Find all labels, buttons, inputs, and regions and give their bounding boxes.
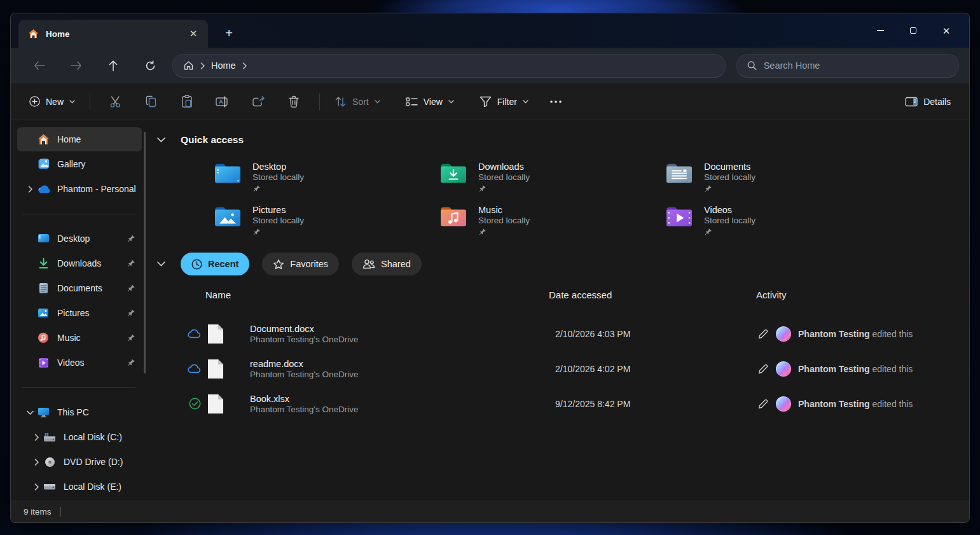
file-row-readme-docx[interactable]: readme.docx Phantom Testing's OneDrive 2… [185, 351, 969, 386]
dvd-drive-icon [43, 457, 57, 468]
ellipsis-icon [550, 101, 562, 103]
chevron-down-icon [375, 100, 380, 104]
avatar [776, 361, 791, 377]
sidebar-item-this-pc[interactable]: This PC [17, 400, 142, 424]
copy-icon [146, 95, 158, 108]
quick-access-tiles: Desktop Stored locally Downloads Stored … [213, 161, 969, 236]
expand-chevron-icon[interactable] [30, 434, 43, 441]
sidebar-item-music[interactable]: Music [17, 326, 142, 350]
share-button[interactable] [240, 90, 276, 114]
sidebar-item-desktop[interactable]: Desktop [17, 226, 142, 251]
home-tab-icon [28, 29, 39, 39]
sidebar-item-pictures[interactable]: Pictures [17, 301, 142, 325]
share-icon [252, 95, 265, 108]
see-more-button[interactable] [542, 90, 570, 114]
refresh-icon [145, 60, 156, 71]
paste-button[interactable] [169, 90, 205, 114]
folder-documents-icon [665, 161, 694, 185]
new-button[interactable]: New [22, 90, 82, 114]
forward-button[interactable] [62, 54, 91, 77]
cut-button[interactable] [98, 90, 134, 114]
back-button[interactable] [25, 54, 54, 77]
refresh-button[interactable] [135, 54, 165, 77]
date-accessed: 9/12/2025 8:42 PM [555, 399, 757, 409]
column-header-name[interactable]: Name [205, 289, 231, 300]
breadcrumb-home-icon [183, 60, 194, 71]
status-divider [60, 507, 61, 517]
tab-home[interactable]: Home ✕ [18, 20, 208, 48]
sidebar-item-gallery[interactable]: Gallery [17, 152, 142, 176]
content-pane: Quick access Desktop Stored locally [147, 120, 969, 501]
up-button[interactable] [99, 54, 128, 77]
expand-chevron-icon[interactable] [30, 483, 43, 490]
file-row-book-xlsx[interactable]: Book.xlsx Phantom Testing's OneDrive 9/1… [185, 386, 969, 421]
new-tab-button[interactable]: + [218, 24, 240, 43]
pin-icon [478, 228, 530, 236]
column-header-date[interactable]: Date accessed [549, 289, 612, 300]
item-count: 9 items [24, 507, 52, 517]
maximize-button[interactable] [897, 20, 930, 41]
pin-icon [125, 333, 137, 342]
recent-files-list: Name Date accessed Activity Document.doc… [147, 289, 969, 421]
sidebar-item-local-disk-e[interactable]: Local Disk (E:) [24, 475, 142, 499]
sidebar-item-local-disk-c[interactable]: Local Disk (C:) [24, 425, 142, 449]
star-icon [273, 259, 284, 270]
search-input[interactable] [764, 60, 948, 71]
sort-icon [335, 96, 347, 108]
tile-pictures[interactable]: Pictures Stored locally [213, 204, 439, 236]
folder-videos-icon [665, 204, 694, 228]
chevron-down-icon [523, 100, 528, 104]
column-header-activity[interactable]: Activity [756, 289, 787, 300]
folder-downloads-icon [439, 161, 468, 185]
tile-downloads[interactable]: Downloads Stored locally [439, 161, 665, 193]
collapse-chevron-icon[interactable] [24, 410, 36, 415]
view-button[interactable]: View [399, 90, 461, 114]
details-button[interactable]: Details [898, 90, 958, 114]
pin-icon [252, 184, 304, 193]
section-collapse-chevron-icon[interactable] [157, 137, 165, 142]
close-button[interactable]: ✕ [930, 20, 963, 41]
downloads-icon [36, 258, 50, 269]
sidebar-item-videos[interactable]: Videos [17, 351, 142, 375]
filter-button[interactable]: Filter [473, 90, 535, 114]
minimize-button[interactable] [864, 20, 897, 41]
tab-shared[interactable]: Shared [352, 253, 422, 275]
sidebar-item-documents[interactable]: Documents [17, 276, 142, 300]
tile-videos[interactable]: Videos Stored locally [665, 204, 890, 236]
tab-favorites[interactable]: Favorites [262, 253, 339, 275]
pin-icon [125, 259, 137, 268]
expand-chevron-icon[interactable] [30, 459, 43, 466]
address-bar[interactable]: Home [172, 54, 726, 78]
sidebar-scrollbar[interactable] [144, 132, 146, 373]
tab-recent[interactable]: Recent [181, 253, 249, 275]
tile-documents[interactable]: Documents Stored locally [665, 161, 890, 193]
cloud-status-icon [185, 329, 204, 338]
tab-bar: Home ✕ + ✕ [11, 13, 969, 48]
tile-desktop[interactable]: Desktop Stored locally [213, 161, 439, 193]
sidebar-item-onedrive[interactable]: Phantom - Personal [17, 177, 142, 201]
rename-button[interactable] [205, 90, 240, 114]
tab-title: Home [46, 29, 178, 39]
navigation-bar: Home [11, 48, 969, 83]
sidebar-item-downloads[interactable]: Downloads [17, 251, 142, 275]
pin-icon [125, 234, 137, 243]
paste-icon [181, 95, 193, 108]
expand-chevron-icon[interactable] [24, 186, 36, 193]
breadcrumb-home[interactable]: Home [211, 60, 236, 71]
sidebar-item-home[interactable]: Home [17, 127, 142, 151]
maximize-icon [910, 27, 916, 34]
copy-button[interactable] [134, 90, 169, 114]
breadcrumb-chevron-icon [200, 62, 205, 69]
file-row-document-docx[interactable]: Document.docx Phantom Testing's OneDrive… [185, 316, 969, 351]
file-icon [204, 324, 230, 344]
sidebar-item-dvd-drive-d[interactable]: DVD Drive (D:) [24, 450, 142, 474]
section-collapse-chevron-icon[interactable] [157, 261, 165, 267]
delete-button[interactable] [276, 90, 312, 114]
minimize-icon [877, 30, 884, 31]
tab-close-icon[interactable]: ✕ [185, 25, 202, 42]
tile-music[interactable]: Music Stored locally [439, 204, 665, 236]
sort-button[interactable]: Sort [328, 90, 387, 114]
home-icon [36, 134, 50, 145]
pictures-icon [36, 308, 50, 318]
back-arrow-icon [34, 61, 45, 70]
